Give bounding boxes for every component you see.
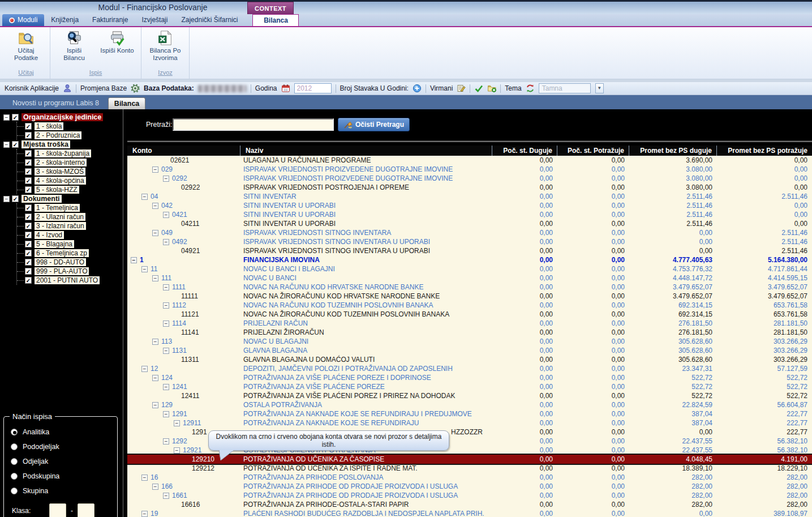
gear-icon[interactable] (131, 84, 140, 93)
column-header-promet-bez-ps-duguje[interactable]: Promet bez PS duguje (629, 146, 717, 156)
row-collapse-icon[interactable]: − (141, 194, 148, 200)
account-row-049[interactable]: −049ISPRAVAK VRIJEDNOSTI SITNOG INVENTAR… (127, 228, 812, 237)
grid-body[interactable]: 02621ULAGANJA U RAČUNALNE PROGRAME0,000,… (127, 156, 812, 517)
ribbon-group-label-izvoz[interactable]: Izvoz (145, 69, 186, 79)
account-row-04211[interactable]: 04211SITNI INVENTAR U UPORABI0,000,002.5… (127, 219, 812, 228)
bilanca-po-izvorima-button[interactable]: Bilanca Po Izvorima (145, 28, 186, 69)
tree-checkbox[interactable]: ✓ (25, 259, 32, 266)
row-collapse-icon[interactable]: − (163, 239, 169, 245)
account-row-02922[interactable]: 02922ISPRAVAK VRIJEDNOSTI POSTROJENJA I … (127, 183, 812, 192)
account-row-12[interactable]: −12DEPOZITI, JAMČEVNI POLOZI I POTRAŽIVA… (127, 364, 812, 373)
tree-item-label[interactable]: 5 - Blagajna (35, 240, 74, 248)
tree-item-label[interactable]: 3 - škola-MZOŠ (35, 168, 85, 176)
account-row-1111[interactable]: −1111NOVAC NA RAČUNU KOD HRVATSKE NARODN… (127, 283, 812, 292)
calendar-icon[interactable] (281, 84, 290, 93)
account-row-02621[interactable]: 02621ULAGANJA U RAČUNALNE PROGRAME0,000,… (127, 156, 812, 165)
column-header-konto[interactable]: Konto (127, 146, 240, 156)
doc-tab-bilanca[interactable]: Bilanca (108, 97, 145, 109)
tree-checkbox[interactable]: ✓ (25, 132, 32, 139)
row-collapse-icon[interactable]: − (163, 411, 169, 417)
tree-item-label[interactable]: 998 - DD-AUTO (35, 258, 86, 266)
account-row-16616[interactable]: 16616POTRAŽIVANJA ZA PRIHODE-OSTALA-STAR… (127, 500, 812, 509)
account-row-029[interactable]: −029ISPRAVAK VRIJEDNOSTI PROIZVEDENE DUG… (127, 165, 812, 174)
row-collapse-icon[interactable]: − (141, 266, 148, 272)
account-row-0292[interactable]: −0292ISPRAVAK VRIJEDNOSTI PROIZVEDENE DU… (127, 174, 812, 183)
tree-item-label[interactable]: 2001 - PUTNI AUTO (35, 276, 100, 284)
tree-item-label[interactable]: 1 - Temeljnica (35, 204, 80, 212)
tree-item-label[interactable]: 5 - škola-HZZ (35, 186, 79, 194)
tree-checkbox[interactable]: ✓ (12, 195, 19, 202)
tree-root-label[interactable]: Organizacijske jedinice (22, 113, 103, 121)
account-row-11311[interactable]: 11311GLAVNA BLAGAJNA U DOMAĆOJ VALUTI0,0… (127, 355, 812, 364)
account-row-129[interactable]: −129OSTALA POTRAŽIVANJA0,000,0022.824,59… (127, 400, 812, 409)
refresh-theme-icon[interactable] (526, 84, 535, 93)
tree-item-label[interactable]: 999 - PLA-AUTO (35, 267, 89, 275)
tree-item-label[interactable]: 4 - Izvod (35, 231, 64, 239)
tree-checkbox[interactable]: ✓ (25, 277, 32, 284)
tree-root-label[interactable]: Dokumenti (22, 195, 62, 203)
account-row-111[interactable]: −111NOVAC U BANCI0,000,004.448.147,724.4… (127, 274, 812, 283)
tree-item-label[interactable]: 2 - Podruznica (35, 131, 81, 139)
account-row-16[interactable]: −16POTRAŽIVANJA ZA PRIHODE POSLOVANJA0,0… (127, 473, 812, 482)
row-collapse-icon[interactable]: − (152, 375, 158, 381)
tree-checkbox[interactable]: ✓ (25, 168, 32, 175)
print-mode-option-analitika[interactable]: Analitika (11, 428, 117, 436)
row-collapse-icon[interactable]: − (152, 203, 158, 209)
pen-pad-icon[interactable] (457, 84, 466, 93)
row-collapse-icon[interactable]: − (163, 302, 169, 309)
account-row-0492[interactable]: −0492ISPRAVAK VRIJEDNOSTI SITNOG INVENTA… (127, 237, 812, 246)
ribbon-group-label-ispis[interactable]: Ispis (54, 69, 138, 79)
row-collapse-icon[interactable]: − (163, 212, 169, 218)
tree-checkbox[interactable]: ✓ (25, 250, 32, 257)
tree-item-label[interactable]: 1 - škola-županija (35, 149, 91, 157)
row-collapse-icon[interactable]: − (163, 438, 169, 445)
search-input[interactable] (173, 118, 334, 131)
doc-tab-novosti-u-programu-labis-8[interactable]: Novosti u programu Labis 8 (7, 97, 105, 109)
tree-checkbox[interactable]: ✓ (25, 232, 32, 238)
row-collapse-icon[interactable]: − (152, 339, 158, 345)
virmani-label[interactable]: Virmani (430, 84, 453, 92)
account-row-19[interactable]: −19PLAĆENI RASHODI BUDUĆEG RAZDOBLJA I N… (127, 509, 812, 517)
row-collapse-icon[interactable]: − (163, 493, 169, 499)
row-collapse-icon[interactable]: − (163, 284, 169, 290)
account-row-11141[interactable]: 11141PRIJELAZNI ŽIRORAČUN0,000,00276.181… (127, 328, 812, 337)
row-collapse-icon[interactable]: − (152, 230, 158, 236)
row-collapse-icon[interactable]: − (174, 420, 180, 426)
theme-select[interactable]: Tamna (539, 83, 591, 93)
tree-collapse-icon[interactable]: − (3, 114, 10, 121)
ribbon-tab-zajedni-ki-ifarnici[interactable]: Zajednički Šifarnici (174, 14, 244, 26)
account-row-1291[interactable]: −1291POTRAŽIVANJA ZA NAKNADE KOJE SE REF… (127, 409, 812, 418)
tree-checkbox[interactable]: ✓ (25, 186, 32, 193)
ribbon-tab-moduli[interactable]: Moduli (2, 14, 44, 26)
account-row-166[interactable]: −166POTRAŽIVANJA ZA PRIHODE OD PRODAJE P… (127, 482, 812, 491)
tree-checkbox[interactable]: ✓ (12, 114, 19, 121)
ribbon-tab-fakturiranje[interactable]: Fakturiranje (85, 14, 135, 26)
row-collapse-icon[interactable]: − (163, 321, 169, 327)
clear-search-button[interactable]: Očisti Pretragu (338, 118, 410, 131)
tree-item-label[interactable]: 3 - Izlazni račun (35, 222, 86, 230)
tree-checkbox[interactable]: ✓ (25, 223, 32, 229)
account-row-11111[interactable]: 11111NOVAC NA ŽIRORAČUNU KOD HRVATSKE NA… (127, 292, 812, 301)
account-row-129212[interactable]: 129212POTRAŽIVANJA OD UČENIKA ZA ISPITE … (127, 464, 812, 473)
account-row-1661[interactable]: −1661POTRAŽIVANJA ZA PRIHODE OD PRODAJE … (127, 491, 812, 500)
row-collapse-icon[interactable]: − (141, 475, 148, 481)
row-collapse-icon[interactable]: − (163, 348, 169, 354)
tree-checkbox[interactable]: ✓ (25, 213, 32, 220)
print-mode-option-podskupina[interactable]: Podskupina (11, 472, 117, 480)
u-itaj-podatke-button[interactable]: Učitaj Podatke (6, 28, 46, 69)
account-row-04[interactable]: −04SITNI INVENTAR0,000,002.511,462.511,4… (127, 192, 812, 201)
tree-collapse-icon[interactable]: − (3, 196, 10, 202)
row-collapse-icon[interactable]: − (141, 511, 148, 517)
row-collapse-icon[interactable]: − (141, 366, 148, 372)
radio-icon[interactable] (11, 458, 18, 465)
klasa-to-input[interactable] (78, 503, 94, 517)
row-collapse-icon[interactable]: − (152, 402, 158, 408)
account-row-11121[interactable]: 11121NOVAC NA ŽIRORAČUNU KOD TUZEMNIH PO… (127, 310, 812, 319)
person-icon[interactable] (63, 84, 72, 93)
ribbon-tab-knji-enja[interactable]: Knjiženja (44, 14, 85, 26)
folder-plus-icon[interactable] (487, 84, 496, 93)
column-header-po-st-duguje[interactable]: Poč. st. Duguje (492, 146, 557, 156)
tree-checkbox[interactable]: ✓ (25, 159, 32, 166)
radio-icon[interactable] (11, 488, 18, 494)
tree-item-label[interactable]: 6 - Temeljnica zp (35, 249, 89, 257)
